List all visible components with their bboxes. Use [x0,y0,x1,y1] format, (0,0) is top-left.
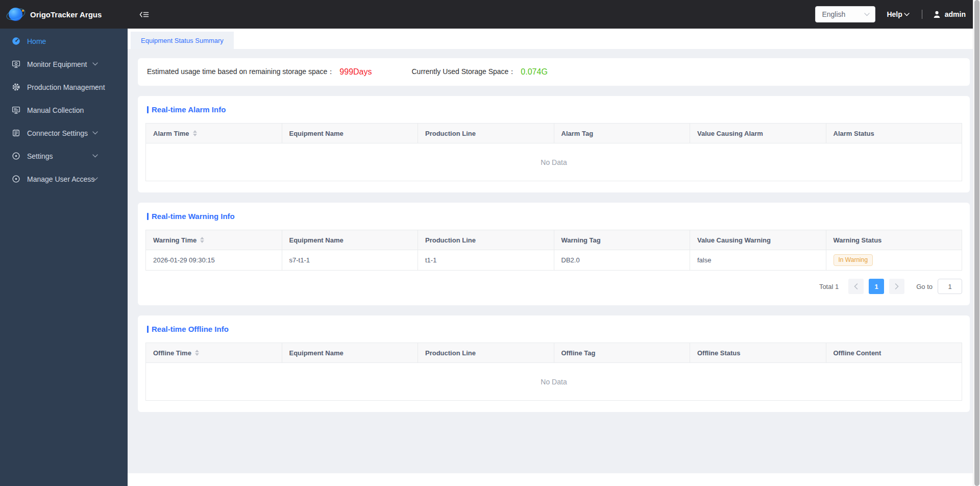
sidebar-item-label: Settings [27,152,53,160]
section-title-text: Real-time Offline Info [152,325,229,333]
warning-table: Warning Time Equipment Name Production L… [145,230,962,271]
column-header-offline-content: Offline Content [826,343,962,363]
column-header-production-line: Production Line [418,124,554,143]
pagination: Total 1 1 Go to [145,279,962,294]
gear-icon [11,83,20,92]
sidebar-item-label: Manual Collection [27,106,84,114]
user-menu[interactable]: admin [933,10,966,19]
topbar-divider [922,10,922,19]
scrollbar-track [973,0,980,486]
alarm-section-title: Real-time Alarm Info [147,105,962,114]
empty-row: No Data [146,143,962,181]
language-select[interactable]: English [815,6,875,22]
section-title-text: Real-time Warning Info [152,212,235,221]
circle-dot-icon [11,175,20,184]
column-header-warning-time[interactable]: Warning Time [146,230,282,250]
column-header-alarm-status: Alarm Status [826,124,962,143]
no-data-text: No Data [146,143,962,181]
tab-bar: Equipment Status Summary [128,29,980,49]
goto-page-input[interactable] [938,279,962,294]
title-accent-bar [147,106,149,113]
empty-row: No Data [146,363,962,401]
sort-icon[interactable] [195,350,199,356]
column-header-production-line: Production Line [418,230,554,250]
sidebar-item-production-management[interactable]: Production Management [0,76,128,99]
table-row: 2026-01-29 09:30:15 s7-t1-1 t1-1 DB2.0 f… [146,250,962,271]
alarm-info-card: Real-time Alarm Info Alarm Time Equipmen… [138,96,970,192]
column-header-warning-status: Warning Status [826,230,962,250]
offline-section-title: Real-time Offline Info [147,325,962,333]
sidebar: Home Monitor Equipment Production Manage… [0,29,128,486]
column-header-value-causing-warning: Value Causing Warning [690,230,826,250]
sort-icon[interactable] [193,130,197,136]
storage-usage-label: Estimated usage time based on remaining … [147,67,334,77]
chevron-down-icon [864,13,870,16]
sidebar-item-connector-settings[interactable]: Connector Settings [0,121,128,144]
cell-warning-tag: DB2.0 [554,250,690,271]
help-label: Help [887,10,902,18]
pagination-total: Total 1 [819,283,839,290]
section-title-text: Real-time Alarm Info [152,105,226,114]
chevron-down-icon [92,131,98,135]
column-header-alarm-time[interactable]: Alarm Time [146,124,282,143]
chevron-down-icon [92,154,98,158]
chip-icon [11,129,20,138]
title-accent-bar [147,326,149,333]
scrollbar-thumb[interactable] [974,0,979,486]
offline-info-card: Real-time Offline Info Offline Time Equi… [138,315,970,412]
help-menu[interactable]: Help [887,10,909,18]
sidebar-item-label: Home [27,37,46,45]
username: admin [945,10,966,18]
column-label: Alarm Time [153,130,189,137]
next-page-button[interactable] [889,279,904,294]
column-header-offline-time[interactable]: Offline Time [146,343,282,363]
column-header-equipment-name: Equipment Name [282,124,418,143]
column-header-value-causing-alarm: Value Causing Alarm [690,124,826,143]
storage-used-value: 0.074G [521,67,547,77]
page-number-button[interactable]: 1 [869,279,884,294]
person-icon [933,10,941,19]
column-header-offline-status: Offline Status [690,343,826,363]
circle-dot-icon [11,152,20,161]
column-header-equipment-name: Equipment Name [282,230,418,250]
status-badge: In Warning [834,254,873,266]
goto-label: Go to [916,283,933,290]
dashboard-icon [11,37,20,46]
chevron-right-icon [895,283,899,289]
topbar: OrigoTracker Argus English Help admin [0,0,980,29]
prev-page-button[interactable] [848,279,864,294]
page-content: Estimated usage time based on remaining … [128,49,980,473]
sidebar-collapse-icon[interactable] [139,11,149,18]
storage-used-label: Currently Used Storage Space： [411,67,516,77]
sidebar-item-label: Monitor Equipment [27,60,87,68]
chevron-down-icon [92,85,98,89]
column-header-offline-tag: Offline Tag [554,343,690,363]
column-header-alarm-tag: Alarm Tag [554,124,690,143]
chevron-left-icon [854,283,858,289]
warning-info-card: Real-time Warning Info Warning Time Equi… [138,203,970,305]
sidebar-item-monitor-equipment[interactable]: Monitor Equipment [0,53,128,76]
column-label: Warning Time [153,236,197,244]
chevron-down-icon [92,177,98,181]
no-data-text: No Data [146,363,962,401]
sidebar-item-settings[interactable]: Settings [0,144,128,167]
sort-icon[interactable] [200,237,204,243]
sidebar-item-manual-collection[interactable]: Manual Collection [0,99,128,121]
column-label: Offline Time [153,349,191,357]
sidebar-item-label: Connector Settings [27,129,88,137]
brand: OrigoTracker Argus [0,5,110,23]
cell-value-causing-warning: false [690,250,826,271]
sidebar-item-home[interactable]: Home [0,30,128,53]
alarm-table: Alarm Time Equipment Name Production Lin… [145,123,962,181]
sidebar-item-label: Manage User Access [27,175,94,183]
column-header-warning-tag: Warning Tag [554,230,690,250]
cell-production-line: t1-1 [418,250,554,271]
storage-summary-card: Estimated usage time based on remaining … [138,58,970,86]
sidebar-item-manage-user-access[interactable]: Manage User Access [0,167,128,190]
tab-equipment-status-summary[interactable]: Equipment Status Summary [131,32,234,49]
cell-warning-status: In Warning [826,250,962,271]
topbar-actions: English Help admin [815,6,980,22]
chevron-down-icon [92,62,98,66]
main-area: Equipment Status Summary Estimated usage… [128,29,980,486]
storage-usage-value: 999Days [339,67,372,77]
